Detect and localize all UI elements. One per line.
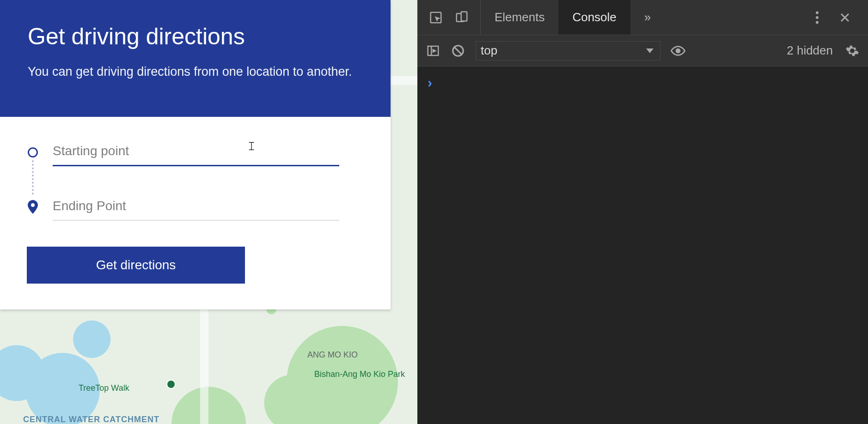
card-body: 𝙸 Get directions [0,117,391,309]
console-toolbar: top 2 hidden [417,35,868,67]
directions-card: Get driving directions You can get drivi… [0,0,391,309]
svg-rect-3 [461,12,467,21]
context-selector[interactable]: top [476,41,660,61]
destination-pin-icon [27,201,39,213]
end-row [27,193,363,221]
console-sidebar-toggle-icon[interactable] [426,43,440,58]
context-selector-value: top [481,43,497,58]
ending-point-input[interactable] [53,193,339,221]
svg-point-9 [676,49,680,53]
map-label-treetop: TreeTop Walk [79,383,129,393]
console-output[interactable]: › [417,67,868,424]
map-label-central-water: CENTRAL WATER CATCHMENT [23,415,159,424]
get-directions-button[interactable]: Get directions [27,247,245,284]
clear-console-icon[interactable] [451,43,465,58]
page-title: Get driving directions [28,23,363,50]
close-devtools-icon[interactable] [831,7,859,28]
starting-point-input[interactable] [53,138,339,166]
svg-point-4 [816,11,819,14]
map-panel: ANG MO KIO Bishan-Ang Mo Kio Park TreeTo… [0,0,417,424]
map-marker-icon[interactable] [166,380,176,389]
tab-elements[interactable]: Elements [481,0,558,35]
origin-circle-icon [27,146,39,158]
kebab-menu-icon[interactable] [807,6,827,29]
start-row: 𝙸 [27,138,363,166]
card-header: Get driving directions You can get drivi… [0,0,391,117]
map-label-ang-mo-kio: ANG MO KIO [307,350,358,360]
page-subtitle: You can get driving directions from one … [28,63,363,81]
devtools-left-icons [417,0,481,35]
devtools-panel: Elements Console » top [417,0,868,424]
devtools-tabs: Elements Console » [417,0,868,35]
svg-point-6 [816,21,819,24]
hidden-count[interactable]: 2 hidden [787,43,833,58]
tab-console[interactable]: Console [558,0,630,35]
console-settings-gear-icon[interactable] [845,43,860,58]
route-connector-dots [32,160,34,194]
svg-point-0 [31,203,35,207]
svg-point-5 [816,16,819,19]
device-toggle-icon[interactable] [454,10,469,25]
console-prompt-icon: › [428,75,432,90]
map-label-bishan-park: Bishan-Ang Mo Kio Park [314,369,388,379]
inspect-element-icon[interactable] [428,10,443,25]
live-expression-eye-icon[interactable] [671,43,685,58]
chevron-down-icon [646,48,654,53]
tab-more[interactable]: » [630,0,665,35]
